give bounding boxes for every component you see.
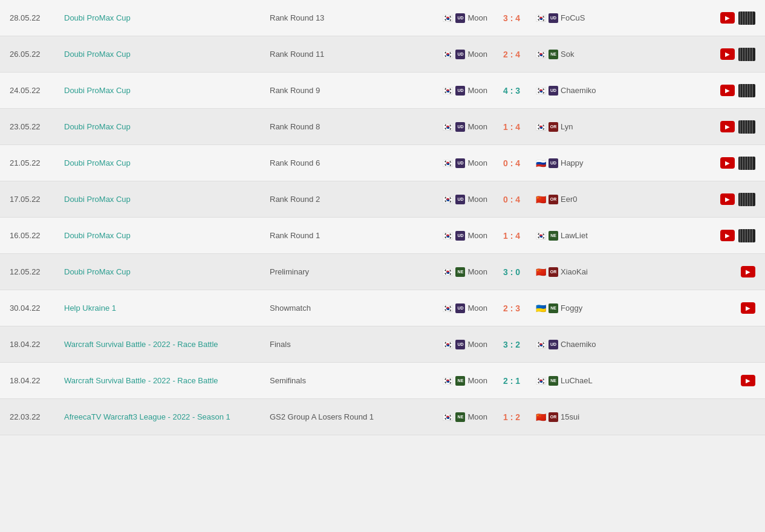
player2: 🇰🇷 UD Chaemiko (536, 86, 633, 96)
youtube-button[interactable] (741, 266, 755, 277)
film-icon (738, 48, 755, 61)
player1-race-icon: UD (455, 50, 465, 59)
match-actions (741, 375, 755, 386)
table-row: 18.04.22 Warcraft Survival Battle - 2022… (0, 326, 765, 363)
tournament-link[interactable]: Doubi ProMax Cup (64, 158, 131, 167)
youtube-button[interactable] (720, 48, 735, 60)
match-actions (720, 11, 755, 25)
player1-flag: 🇰🇷 (443, 50, 453, 59)
player2-flag: 🇰🇷 (536, 13, 546, 23)
player2-flag: 🇨🇳 (536, 267, 546, 277)
player2: 🇨🇳 OR Eer0 (536, 195, 633, 204)
player1: 🇰🇷 NE Moon (391, 376, 487, 386)
player1: 🇰🇷 NE Moon (391, 412, 487, 422)
player1-flag: 🇰🇷 (443, 340, 453, 349)
tournament-name[interactable]: AfreecaTV Warcraft3 League - 2022 - Seas… (64, 412, 270, 421)
match-date: 12.05.22 (10, 267, 64, 276)
match-score: 1 : 4 (487, 122, 536, 132)
film-icon (738, 229, 755, 242)
youtube-button[interactable] (720, 230, 735, 241)
player2-name: 15sui (561, 412, 579, 421)
match-round: Showmatch (270, 303, 391, 313)
player1-race-icon: NE (455, 412, 465, 422)
player1-flag: 🇰🇷 (443, 303, 453, 313)
youtube-button[interactable] (720, 85, 735, 96)
player2-name: Chaemiko (561, 340, 596, 349)
player2-name: Lyn (561, 122, 573, 131)
match-score: 3 : 2 (487, 340, 536, 349)
player1-race-icon: UD (455, 303, 465, 313)
tournament-name[interactable]: Doubi ProMax Cup (64, 158, 270, 167)
tournament-link[interactable]: Warcraft Survival Battle - 2022 - Race B… (64, 376, 218, 385)
tournament-link[interactable]: AfreecaTV Warcraft3 League - 2022 - Seas… (64, 412, 230, 421)
player2-name: XiaoKai (561, 267, 588, 276)
tournament-name[interactable]: Doubi ProMax Cup (64, 13, 270, 22)
tournament-name[interactable]: Doubi ProMax Cup (64, 50, 270, 59)
match-round: Preliminary (270, 267, 391, 276)
youtube-button[interactable] (741, 302, 755, 314)
match-round: GS2 Group A Losers Round 1 (270, 412, 391, 421)
match-score: 1 : 4 (487, 231, 536, 241)
youtube-button[interactable] (720, 12, 735, 24)
tournament-link[interactable]: Doubi ProMax Cup (64, 86, 131, 95)
match-actions (720, 157, 755, 170)
player2-name: FoCuS (561, 13, 585, 22)
film-icon (738, 193, 755, 206)
tournament-name[interactable]: Doubi ProMax Cup (64, 86, 270, 95)
tournament-name[interactable]: Warcraft Survival Battle - 2022 - Race B… (64, 376, 270, 385)
youtube-button[interactable] (741, 375, 755, 386)
tournament-name[interactable]: Warcraft Survival Battle - 2022 - Race B… (64, 340, 270, 349)
player1-name: Moon (467, 13, 487, 22)
player2-race-icon: UD (549, 86, 558, 96)
player2: 🇨🇳 OR XiaoKai (536, 267, 633, 277)
player2: 🇰🇷 OR Lyn (536, 122, 633, 132)
tournament-name[interactable]: Help Ukraine 1 (64, 303, 270, 313)
tournament-name[interactable]: Doubi ProMax Cup (64, 267, 270, 276)
tournament-link[interactable]: Doubi ProMax Cup (64, 267, 131, 276)
match-score: 0 : 4 (487, 158, 536, 168)
match-date: 16.05.22 (10, 231, 64, 240)
table-row: 23.05.22 Doubi ProMax Cup Rank Round 8 🇰… (0, 109, 765, 145)
table-row: 21.05.22 Doubi ProMax Cup Rank Round 6 🇰… (0, 145, 765, 181)
match-round: Finals (270, 340, 391, 349)
tournament-link[interactable]: Doubi ProMax Cup (64, 231, 131, 240)
player1-name: Moon (467, 86, 487, 95)
tournament-link[interactable]: Warcraft Survival Battle - 2022 - Race B… (64, 340, 218, 349)
match-actions (720, 120, 755, 134)
tournament-link[interactable]: Doubi ProMax Cup (64, 195, 131, 204)
player1-name: Moon (467, 267, 487, 276)
film-icon (738, 84, 755, 97)
tournament-link[interactable]: Doubi ProMax Cup (64, 50, 131, 59)
match-score: 2 : 4 (487, 50, 536, 59)
player2-name: Sok (561, 50, 574, 59)
table-row: 17.05.22 Doubi ProMax Cup Rank Round 2 🇰… (0, 181, 765, 218)
youtube-button[interactable] (720, 193, 735, 205)
tournament-link[interactable]: Doubi ProMax Cup (64, 122, 131, 131)
player2-flag: 🇷🇺 (536, 158, 546, 168)
match-score: 1 : 2 (487, 412, 536, 422)
player1-name: Moon (467, 158, 487, 167)
tournament-name[interactable]: Doubi ProMax Cup (64, 195, 270, 204)
player1-name: Moon (467, 231, 487, 240)
match-actions (720, 193, 755, 206)
player2-race-icon: UD (549, 158, 558, 168)
tournament-name[interactable]: Doubi ProMax Cup (64, 231, 270, 240)
youtube-button[interactable] (720, 121, 735, 132)
match-actions (720, 48, 755, 61)
matches-table: 28.05.22 Doubi ProMax Cup Rank Round 13 … (0, 0, 765, 435)
match-date: 26.05.22 (10, 50, 64, 59)
player1: 🇰🇷 UD Moon (391, 122, 487, 132)
match-round: Rank Round 9 (270, 86, 391, 95)
player1-flag: 🇰🇷 (443, 412, 453, 422)
match-round: Rank Round 6 (270, 158, 391, 167)
player1: 🇰🇷 UD Moon (391, 231, 487, 241)
player1-flag: 🇰🇷 (443, 195, 453, 204)
player2-race-icon: NE (549, 231, 558, 241)
player1-flag: 🇰🇷 (443, 86, 453, 96)
player1-flag: 🇰🇷 (443, 13, 453, 23)
youtube-button[interactable] (720, 157, 735, 169)
match-score: 3 : 0 (487, 267, 536, 277)
tournament-name[interactable]: Doubi ProMax Cup (64, 122, 270, 131)
tournament-link[interactable]: Help Ukraine 1 (64, 303, 116, 313)
tournament-link[interactable]: Doubi ProMax Cup (64, 13, 131, 22)
